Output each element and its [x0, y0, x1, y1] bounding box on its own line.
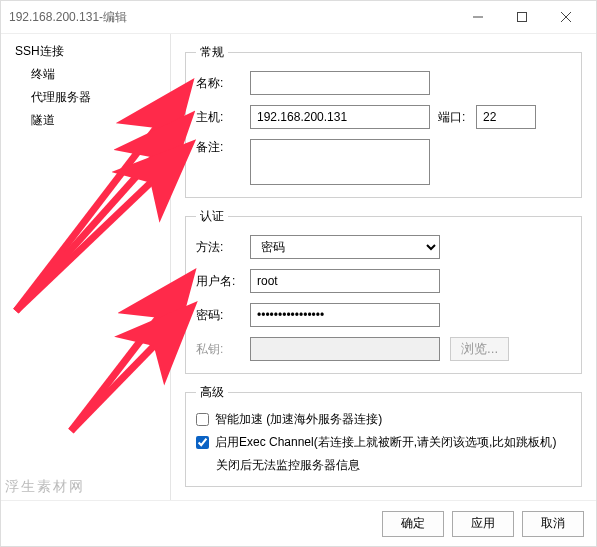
key-input	[250, 337, 440, 361]
exec-note: 关闭后无法监控服务器信息	[216, 457, 571, 474]
svg-rect-1	[518, 13, 527, 22]
method-select[interactable]: 密码	[250, 235, 440, 259]
dialog-window: 192.168.200.131-编辑 SSH连接 终端 代理服务器 隧道 常规 …	[0, 0, 597, 547]
apply-button[interactable]: 应用	[452, 511, 514, 537]
auth-group: 认证 方法: 密码 用户名: 密码: 私钥:	[185, 208, 582, 374]
advanced-legend: 高级	[196, 384, 228, 401]
host-label: 主机:	[196, 109, 250, 126]
sidebar: SSH连接 终端 代理服务器 隧道	[1, 34, 171, 500]
port-label: 端口:	[438, 109, 472, 126]
auth-legend: 认证	[196, 208, 228, 225]
minimize-button[interactable]	[456, 2, 500, 32]
sidebar-item-ssh[interactable]: SSH连接	[1, 40, 170, 63]
window-controls	[456, 2, 588, 32]
browse-button: 浏览...	[450, 337, 509, 361]
user-label: 用户名:	[196, 273, 250, 290]
ok-button[interactable]: 确定	[382, 511, 444, 537]
exec-checkbox[interactable]	[196, 436, 209, 449]
key-label: 私钥:	[196, 341, 250, 358]
main-panel: 常规 名称: 主机: 端口: 备注: 认证	[171, 34, 596, 500]
method-label: 方法:	[196, 239, 250, 256]
remark-label: 备注:	[196, 139, 250, 156]
close-button[interactable]	[544, 2, 588, 32]
footer: 确定 应用 取消	[1, 500, 596, 546]
maximize-button[interactable]	[500, 2, 544, 32]
accel-label: 智能加速 (加速海外服务器连接)	[215, 411, 382, 428]
cancel-button[interactable]: 取消	[522, 511, 584, 537]
port-input[interactable]	[476, 105, 536, 129]
exec-label: 启用Exec Channel(若连接上就被断开,请关闭该选项,比如跳板机)	[215, 434, 556, 451]
window-title: 192.168.200.131-编辑	[9, 9, 456, 26]
name-input[interactable]	[250, 71, 430, 95]
sidebar-item-terminal[interactable]: 终端	[1, 63, 170, 86]
host-input[interactable]	[250, 105, 430, 129]
sidebar-item-proxy[interactable]: 代理服务器	[1, 86, 170, 109]
remark-textarea[interactable]	[250, 139, 430, 185]
general-group: 常规 名称: 主机: 端口: 备注:	[185, 44, 582, 198]
advanced-group: 高级 智能加速 (加速海外服务器连接) 启用Exec Channel(若连接上就…	[185, 384, 582, 487]
user-input[interactable]	[250, 269, 440, 293]
accel-checkbox[interactable]	[196, 413, 209, 426]
dialog-body: SSH连接 终端 代理服务器 隧道 常规 名称: 主机: 端口: 备注:	[1, 33, 596, 500]
password-input[interactable]	[250, 303, 440, 327]
titlebar: 192.168.200.131-编辑	[1, 1, 596, 33]
name-label: 名称:	[196, 75, 250, 92]
general-legend: 常规	[196, 44, 228, 61]
pass-label: 密码:	[196, 307, 250, 324]
sidebar-item-tunnel[interactable]: 隧道	[1, 109, 170, 132]
